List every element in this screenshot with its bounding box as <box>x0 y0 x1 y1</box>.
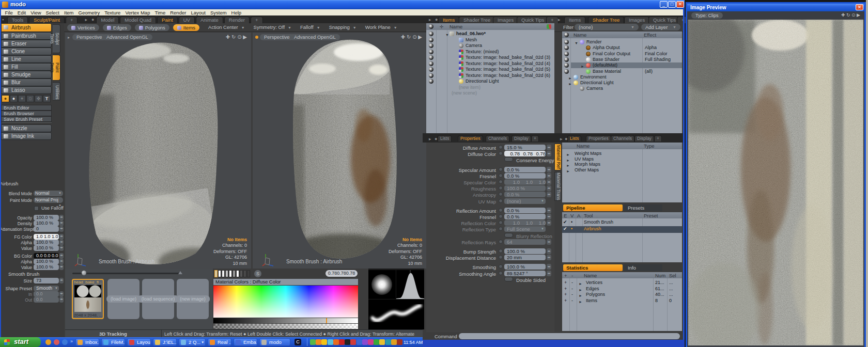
prop-field-14[interactable]: Full Scene▼ <box>504 226 546 232</box>
layout-tab-images[interactable]: Images <box>493 17 518 23</box>
prop-field-12[interactable]: 0.0 % <box>504 214 546 219</box>
tab-info[interactable]: Info <box>624 264 662 271</box>
spinner[interactable]: ◂▸ <box>59 264 64 270</box>
prop-circ-12[interactable] <box>499 214 503 218</box>
panel-tab-properties[interactable]: Properties <box>458 135 483 141</box>
tray-icon-4[interactable] <box>333 339 339 345</box>
layout-tab-uv[interactable]: UV <box>179 17 195 23</box>
item-row-4[interactable]: Texture: Image: head_bake_final_02d (3) <box>450 55 553 61</box>
prop-circ-6[interactable] <box>499 180 503 184</box>
prop-field-0[interactable]: 15.0 % <box>504 145 546 150</box>
list-row-3[interactable]: ►Other Maps <box>562 167 682 173</box>
field-size-12[interactable]: 73 <box>34 278 59 283</box>
tool-paintbrush[interactable]: Paintbrush <box>1 32 52 40</box>
layout-tab-items[interactable]: Items <box>564 17 585 23</box>
item-row-6[interactable]: Texture: Image: head_bake_final_02d (5) <box>450 67 553 73</box>
brush-tip-4[interactable]: ✥ <box>35 95 42 102</box>
shader-row-5[interactable]: Base Material(all) <box>562 69 682 74</box>
brush-tip-2[interactable]: ✦ <box>18 95 26 102</box>
menu-file[interactable]: File <box>3 10 15 15</box>
prop-circ-4[interactable] <box>499 167 503 171</box>
eye-icon[interactable] <box>429 73 433 78</box>
viewport-shading-pill[interactable]: Advanced OpenGL <box>102 34 152 40</box>
dropdown-blend-mode[interactable]: Normal▼ <box>34 191 63 196</box>
stats-row-edges[interactable]: +-►Edges61...... <box>562 286 682 292</box>
prop-spin-12[interactable]: ◂▸ <box>547 214 551 219</box>
menu-vertex-map[interactable]: Vertex Map <box>123 10 152 15</box>
brush-tip-5[interactable]: T <box>43 95 51 102</box>
menu-texture[interactable]: Texture <box>102 10 123 15</box>
shader-row-8[interactable]: Camera <box>562 86 682 91</box>
mode-polygons[interactable]: Polygons <box>135 24 169 31</box>
mode-vertices[interactable]: Vertices <box>67 24 99 31</box>
button-brush-browser[interactable]: Brush Browser <box>1 111 52 116</box>
prop-field-5[interactable]: 0.0 % <box>504 173 546 179</box>
layout-tab-images[interactable]: Images <box>624 17 649 23</box>
swatch-8[interactable] <box>243 270 246 277</box>
tray-icon-10[interactable] <box>368 339 374 345</box>
field-value-6[interactable]: 100.0 % <box>34 245 59 251</box>
prop-field-9[interactable]: (none)▼ <box>504 198 546 204</box>
dropdown-symmetry-off[interactable]: Symmetry: Off▼ <box>254 23 291 32</box>
item-row-8[interactable]: Directional Light <box>450 78 553 85</box>
field-fg-color-4[interactable]: 1.0 1.0 1.0 <box>34 234 59 240</box>
prop-field-8[interactable]: 0.0 % <box>504 192 546 197</box>
shader-row-6[interactable]: ►Environment <box>562 74 682 80</box>
shader-row-4[interactable]: ►(defaultMat) <box>571 62 682 68</box>
ime-icon[interactable]: C <box>295 339 301 345</box>
button-save-brush-preset[interactable]: Save Brush Preset <box>1 116 52 122</box>
panel-tab-lists[interactable]: Lists <box>438 135 452 141</box>
eye-icon[interactable] <box>429 43 433 48</box>
side-tab-paint-tools[interactable]: Paint Tools <box>53 55 60 81</box>
prop-spin-5[interactable]: ◂▸ <box>547 173 551 179</box>
close-button[interactable]: ✕ <box>676 1 684 8</box>
prop-spin-19[interactable]: ◂▸ <box>547 255 551 260</box>
shader-row-0[interactable]: ▼Render <box>562 39 682 45</box>
field-in-15[interactable]: 0.0 <box>34 291 59 297</box>
shader-row-2[interactable]: Final Color OutputFinal Color <box>562 51 682 57</box>
list-row-2[interactable]: ►Morph Maps <box>562 162 682 167</box>
panel-tab-properties[interactable]: Properties <box>586 135 611 141</box>
preview-title-bar[interactable]: Image Preview <box>687 4 864 11</box>
field-value-10[interactable]: 100.0 % <box>34 264 59 270</box>
item-row-9[interactable]: (new item) <box>450 85 553 91</box>
button-nozzle[interactable]: Nozzle <box>1 124 52 132</box>
tray-icon-8[interactable] <box>357 339 362 345</box>
item-row-10[interactable]: (new scene) <box>450 90 553 97</box>
spinner[interactable]: ◂▸ <box>59 226 64 232</box>
prop-circ-13[interactable] <box>499 220 503 225</box>
eye-icon[interactable] <box>429 61 433 66</box>
prop-field-22[interactable]: 89.5247 ° <box>504 271 546 276</box>
eye-icon[interactable] <box>429 38 433 42</box>
maximize-button[interactable]: □ <box>668 1 676 8</box>
brush-tip-0[interactable]: ● <box>2 95 9 102</box>
menu-select[interactable]: Select <box>43 10 61 15</box>
tray-icon-11[interactable] <box>374 339 379 345</box>
tab-material-ref[interactable]: Material Ref <box>554 144 562 170</box>
tool-clone[interactable]: Clone <box>1 48 52 55</box>
viewport-view-pill[interactable]: Perspective <box>260 34 294 40</box>
menu-item[interactable]: Item <box>62 10 76 15</box>
menu-layout[interactable]: Layout <box>189 10 208 15</box>
spinner[interactable]: ◂▸ <box>59 245 64 251</box>
spinner[interactable]: ◂▸ <box>59 234 64 240</box>
prop-spin-1[interactable]: ◂▸ <box>547 151 551 156</box>
spinner[interactable]: ◂▸ <box>59 220 64 226</box>
brush-tip-1[interactable]: ● <box>10 95 18 102</box>
field-opacity-0[interactable]: 100.0 % <box>34 215 59 220</box>
prop-field-6[interactable]: 1.01.01.0 <box>504 179 546 185</box>
item-row-7[interactable]: Texture: Image: head_bake_final_02d (6) <box>450 73 553 79</box>
new-image-cell[interactable]: (new image) <box>177 279 209 319</box>
prop-circ-9[interactable] <box>499 199 503 203</box>
layout-tab-tools[interactable]: Tools <box>7 17 28 23</box>
swatch-1[interactable] <box>218 270 221 277</box>
menu-view[interactable]: View <box>28 10 43 15</box>
quicklaunch-more[interactable]: » <box>70 339 73 344</box>
viewport-shading-pill[interactable]: Advanced OpenGL <box>290 34 340 40</box>
taskbar-button-filem-[interactable]: FileM... <box>101 338 125 346</box>
panel-tab-channels[interactable]: Channels <box>486 135 509 141</box>
layout-tab-shader-tree[interactable]: Shader Tree <box>588 17 624 23</box>
eye-icon[interactable] <box>429 55 433 60</box>
swatch-0[interactable] <box>214 270 218 277</box>
prop-field-7[interactable]: 100.0 % <box>504 185 546 191</box>
